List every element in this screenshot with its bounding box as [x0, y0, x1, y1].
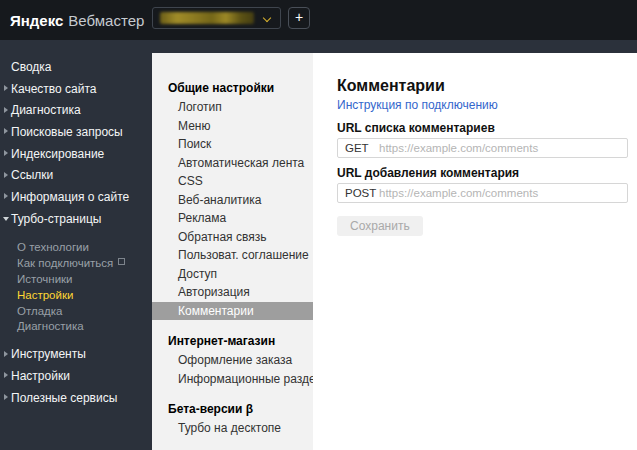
menu-item-turbo-na-desktope[interactable]: Турбо на десктопе: [152, 419, 313, 438]
sidebar-subitem-istochniki[interactable]: Источники: [0, 271, 152, 287]
sidebar-item-nastrojki[interactable]: Настройки: [0, 365, 152, 387]
header-substrip: [0, 40, 637, 53]
menu-gap: [152, 320, 313, 332]
app-logo[interactable]: Яндекс Вебмастер: [10, 0, 144, 40]
menu-section-title-obshchie: Общие настройки: [152, 79, 313, 98]
sidebar-item-turbo-stranicy[interactable]: Турбо-страницы: [0, 208, 152, 230]
url-add-input-box: POST: [337, 183, 628, 203]
logo-product: Вебмастер: [68, 12, 144, 29]
menu-gap: [152, 388, 313, 400]
external-link-icon: [118, 258, 125, 265]
menu-item-css[interactable]: CSS: [152, 172, 313, 191]
site-name-redacted: [160, 12, 254, 24]
sidebar-item-ssylki[interactable]: Ссылки: [0, 164, 152, 186]
sidebar-subitem-nastrojki-active[interactable]: Настройки: [0, 287, 152, 303]
logo-brand: Яндекс: [10, 12, 63, 29]
menu-item-informacionnye-razdely[interactable]: Информационные разделы: [152, 370, 313, 389]
sidebar-item-instrumenty[interactable]: Инструменты: [0, 343, 152, 365]
field-url-list: URL списка комментариев GET: [337, 121, 628, 158]
page-title: Комментарии: [337, 77, 628, 95]
url-add-input[interactable]: [379, 185, 627, 201]
triangle-right-icon: [4, 107, 8, 113]
url-list-input-box: GET: [337, 138, 628, 158]
sidebar-item-svodka[interactable]: Сводка: [0, 56, 152, 78]
menu-item-oformlenie-zakaza[interactable]: Оформление заказа: [152, 351, 313, 370]
settings-menu: Общие настройки Логотип Меню Поиск Автом…: [152, 53, 313, 450]
menu-section-title-beta-versii: Бета-версии β: [152, 400, 313, 419]
add-site-button[interactable]: +: [288, 7, 310, 29]
sidebar-subitem-otladka[interactable]: Отладка: [0, 303, 152, 319]
field-label: URL списка комментариев: [337, 121, 628, 135]
plus-icon: +: [295, 9, 303, 25]
sidebar-item-informaciya-o-sajte[interactable]: Информация о сайте: [0, 186, 152, 208]
instruction-link[interactable]: Инструкция по подключению: [337, 98, 498, 112]
main-content: Комментарии Инструкция по подключению UR…: [313, 53, 637, 450]
triangle-right-icon: [4, 394, 8, 400]
menu-item-polzovat-soglashenie[interactable]: Пользоват. соглашение: [152, 246, 313, 265]
field-label: URL добавления комментария: [337, 166, 628, 180]
triangle-right-icon: [4, 128, 8, 134]
menu-item-dostup[interactable]: Доступ: [152, 265, 313, 284]
triangle-right-icon: [4, 85, 8, 91]
sidebar-item-poiskovye-zaprosy[interactable]: Поисковые запросы: [0, 121, 152, 143]
method-label-post: POST: [338, 187, 379, 199]
triangle-right-icon: [4, 193, 8, 199]
sidebar-item-kachestvo-sajta[interactable]: Качество сайта: [0, 78, 152, 100]
triangle-right-icon: [4, 150, 8, 156]
menu-item-obratnaya-svyaz[interactable]: Обратная связь: [152, 228, 313, 247]
triangle-right-icon: [4, 172, 8, 178]
menu-item-veb-analitika[interactable]: Веб-аналитика: [152, 191, 313, 210]
method-label-get: GET: [338, 142, 379, 154]
menu-item-avtomaticheskaya-lenta[interactable]: Автоматическая лента: [152, 154, 313, 173]
field-url-add: URL добавления комментария POST: [337, 166, 628, 203]
app-header: Яндекс Вебмастер +: [0, 0, 637, 40]
save-button[interactable]: Сохранить: [337, 216, 423, 236]
chevron-down-icon: [263, 14, 271, 22]
triangle-right-icon: [4, 351, 8, 357]
menu-item-menyu[interactable]: Меню: [152, 117, 313, 136]
sidebar-item-indeksirovanie[interactable]: Индексирование: [0, 143, 152, 165]
sidebar-subitem-o-tehnologii[interactable]: О технологии: [0, 240, 152, 256]
turbo-submenu: О технологии Как подключиться Источники …: [0, 240, 152, 335]
menu-item-avtorizaciya[interactable]: Авторизация: [152, 283, 313, 302]
sidebar-subitem-diagnostika[interactable]: Диагностика: [0, 318, 152, 334]
sidebar-item-diagnostika[interactable]: Диагностика: [0, 99, 152, 121]
menu-item-poisk[interactable]: Поиск: [152, 135, 313, 154]
triangle-down-icon: [3, 217, 9, 221]
menu-item-reklama[interactable]: Реклама: [152, 209, 313, 228]
menu-section-title-internet-magazin: Интернет-магазин: [152, 332, 313, 351]
sidebar-subitem-kak-podklyuchitsya[interactable]: Как подключиться: [0, 255, 152, 271]
site-selector-dropdown[interactable]: [152, 7, 281, 29]
url-list-input[interactable]: [379, 140, 627, 156]
triangle-right-icon: [4, 372, 8, 378]
sidebar: Сводка Качество сайта Диагностика Поиско…: [0, 53, 152, 450]
menu-item-kommentarii-selected[interactable]: Комментарии: [152, 302, 313, 321]
sidebar-item-poleznye-servisy[interactable]: Полезные сервисы: [0, 387, 152, 409]
menu-item-logotip[interactable]: Логотип: [152, 98, 313, 117]
